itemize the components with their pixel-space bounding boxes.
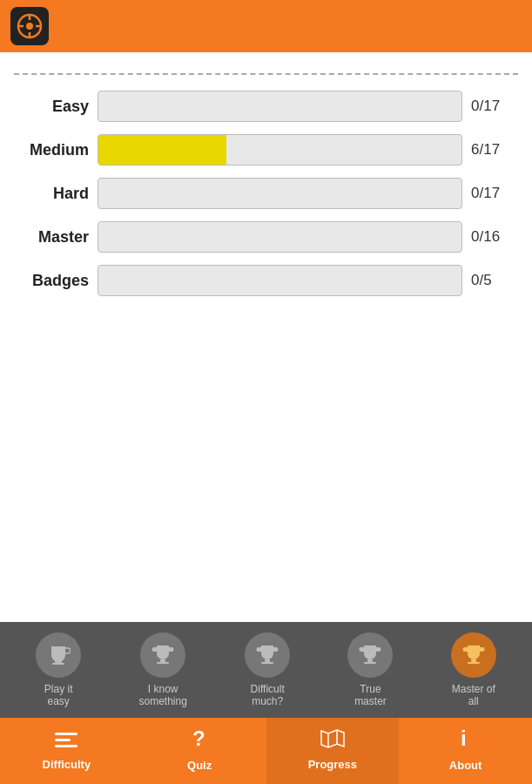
tab-label-difficulty: Difficulty bbox=[43, 758, 91, 771]
tab-icon-difficulty bbox=[55, 727, 77, 754]
tab-label-progress: Progress bbox=[308, 758, 357, 771]
row-label-2: Hard bbox=[19, 185, 89, 203]
row-label-4: Badges bbox=[19, 272, 89, 290]
svg-rect-18 bbox=[468, 662, 480, 664]
badge-circle-true-master bbox=[347, 632, 393, 678]
badge-circle-master-of-all bbox=[451, 632, 496, 678]
progress-section: Easy0/17Medium6/17Hard0/17Master0/16Badg… bbox=[14, 91, 518, 296]
svg-rect-17 bbox=[471, 659, 476, 662]
progress-row-badges: Badges0/5 bbox=[19, 265, 513, 296]
divider bbox=[14, 73, 518, 75]
badge-label-master-of-all: Master of all bbox=[452, 683, 495, 708]
progress-count-3: 0/16 bbox=[471, 228, 513, 246]
badges-nav: Play it easy I know something Difficult … bbox=[0, 622, 532, 718]
progress-row-medium: Medium6/17 bbox=[19, 134, 513, 166]
badge-circle-play-it-easy bbox=[36, 632, 81, 678]
svg-rect-9 bbox=[157, 662, 169, 664]
badge-item-master-of-all[interactable]: Master of all bbox=[451, 632, 496, 708]
progress-row-easy: Easy0/17 bbox=[19, 91, 513, 122]
badge-label-difficult-much: Difficult much? bbox=[251, 683, 285, 708]
tab-icon-quiz: ? bbox=[191, 727, 208, 755]
progress-bar-container-3 bbox=[98, 221, 462, 253]
svg-rect-15 bbox=[364, 662, 376, 664]
svg-point-1 bbox=[26, 23, 33, 30]
progress-count-4: 0/5 bbox=[471, 272, 513, 289]
svg-rect-7 bbox=[52, 663, 64, 665]
progress-row-master: Master0/16 bbox=[19, 221, 513, 253]
svg-rect-8 bbox=[160, 659, 165, 662]
tab-item-progress[interactable]: Progress bbox=[266, 718, 400, 784]
tab-item-difficulty[interactable]: Difficulty bbox=[0, 718, 133, 784]
row-label-1: Medium bbox=[19, 141, 89, 159]
svg-point-16 bbox=[368, 648, 373, 652]
progress-row-hard: Hard0/17 bbox=[19, 178, 513, 209]
progress-count-1: 6/17 bbox=[471, 141, 513, 159]
tab-bar: Difficulty ? Quiz Progress i About bbox=[0, 718, 532, 784]
svg-rect-12 bbox=[261, 662, 273, 664]
tab-icon-progress bbox=[320, 727, 345, 754]
badge-item-i-know-something[interactable]: I know something bbox=[138, 632, 186, 708]
tab-icon-about: i bbox=[457, 727, 475, 755]
svg-text:i: i bbox=[461, 727, 467, 749]
svg-rect-11 bbox=[265, 659, 270, 662]
tab-label-quiz: Quiz bbox=[187, 759, 212, 772]
progress-bar-container-1 bbox=[98, 134, 462, 166]
progress-bar-container-0 bbox=[98, 91, 462, 122]
tab-item-quiz[interactable]: ? Quiz bbox=[133, 718, 266, 784]
row-label-0: Easy bbox=[19, 98, 89, 116]
badge-item-difficult-much[interactable]: Difficult much? bbox=[245, 632, 290, 708]
tab-label-about: About bbox=[449, 759, 482, 772]
svg-rect-22 bbox=[55, 745, 77, 747]
svg-marker-24 bbox=[321, 730, 344, 747]
badge-label-i-know-something: I know something bbox=[138, 683, 186, 708]
badge-label-play-it-easy: Play it easy bbox=[44, 683, 73, 708]
progress-count-0: 0/17 bbox=[471, 98, 513, 115]
progress-count-2: 0/17 bbox=[471, 185, 513, 202]
svg-rect-20 bbox=[55, 733, 77, 735]
row-label-3: Master bbox=[19, 228, 89, 247]
progress-bar-container-2 bbox=[98, 178, 462, 209]
app-logo bbox=[10, 7, 49, 45]
progress-bar-container-4 bbox=[98, 265, 462, 296]
svg-point-10 bbox=[161, 648, 165, 652]
badge-item-play-it-easy[interactable]: Play it easy bbox=[36, 632, 81, 708]
progress-bar-fill-1 bbox=[98, 135, 226, 165]
tab-item-about[interactable]: i About bbox=[399, 718, 532, 784]
main-content: Easy0/17Medium6/17Hard0/17Master0/16Badg… bbox=[0, 52, 532, 305]
badge-label-true-master: True master bbox=[354, 683, 387, 708]
svg-point-19 bbox=[471, 648, 475, 652]
svg-text:?: ? bbox=[192, 727, 205, 749]
svg-rect-21 bbox=[55, 739, 71, 741]
header bbox=[0, 0, 532, 52]
badge-item-true-master[interactable]: True master bbox=[347, 632, 393, 708]
svg-rect-14 bbox=[367, 659, 373, 662]
badge-circle-difficult-much bbox=[245, 632, 290, 678]
badge-circle-i-know-something bbox=[140, 632, 185, 678]
svg-point-13 bbox=[266, 648, 270, 652]
